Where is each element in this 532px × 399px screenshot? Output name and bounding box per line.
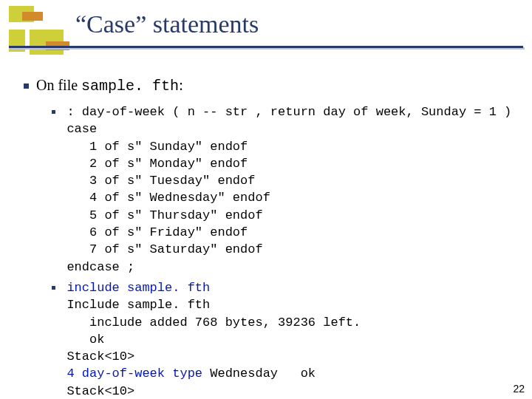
pad [52, 349, 66, 364]
pad [52, 366, 66, 381]
code-line-0: : day-of-week ( n -- str , return day of… [66, 105, 511, 119]
intro-suffix: : [179, 77, 183, 93]
code-line-8 [52, 242, 66, 256]
code-input-2: 4 day-of-week type [66, 366, 210, 381]
intro-line: On file sample. fth: [24, 77, 183, 95]
code-line-2 [52, 140, 66, 154]
pad [52, 298, 66, 312]
pad [52, 332, 66, 347]
code-text: 1 of s" Sunday" endof [66, 140, 248, 154]
code-text: case [66, 122, 97, 136]
code-block-definition: : day-of-week ( n -- str , return day of… [52, 103, 511, 276]
pad [52, 281, 66, 295]
code-output-5: Wednesday ok [210, 366, 316, 381]
code-text: endcase ; [66, 260, 134, 274]
code-line-3 [52, 157, 66, 171]
code-text: 7 of s" Saturday" endof [66, 242, 262, 256]
pad [52, 384, 66, 398]
bullet-icon [24, 83, 29, 89]
code-text: 2 of s" Monday" endof [66, 157, 248, 171]
code-line-1 [52, 122, 66, 136]
code-output-1: Include sample. fth [66, 298, 210, 312]
code-line-7 [52, 225, 66, 239]
intro-filename: sample. fth [81, 78, 179, 95]
code-line-6 [52, 208, 66, 222]
code-text: 5 of s" Thursday" endof [66, 208, 262, 222]
page-number: 22 [513, 383, 525, 395]
accent-block-2 [22, 12, 43, 21]
code-text: 3 of s" Tuesday" endof [66, 174, 255, 188]
code-line-9 [52, 260, 66, 274]
slide-title: “Case” statements [75, 10, 259, 38]
code-text: 6 of s" Friday" endof [66, 225, 248, 239]
code-output-2: include added 768 bytes, 39236 left. [66, 316, 361, 330]
code-text: 4 of s" Wednesday" endof [66, 191, 270, 205]
intro-prefix: On file [36, 77, 81, 93]
code-output-6: Stack<10> [66, 384, 134, 398]
pad [52, 316, 66, 330]
code-line-4 [52, 174, 66, 188]
code-input-1: include sample. fth [66, 281, 210, 295]
code-line [52, 105, 66, 119]
code-output-3: ok [66, 332, 104, 347]
title-underline [9, 46, 523, 48]
code-block-session: include sample. fth Include sample. fth … [52, 279, 361, 399]
code-line-5 [52, 191, 66, 205]
slide: “Case” statements On file sample. fth: :… [0, 0, 532, 399]
code-output-4: Stack<10> [66, 349, 134, 364]
